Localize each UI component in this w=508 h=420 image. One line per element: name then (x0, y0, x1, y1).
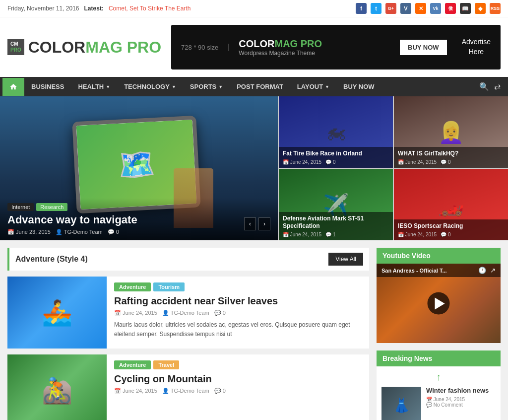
cell-overlay-1: WHAT IS GirlTalkHQ? 📅 June 24, 2015 💬 0 (394, 147, 508, 168)
article-image-1: 🚵 (7, 354, 107, 420)
nav-buy-now[interactable]: BUY NOW (336, 77, 381, 96)
tag-research[interactable]: Research (36, 203, 67, 211)
google-plus-icon[interactable]: G+ (385, 3, 396, 14)
article-excerpt-0: Mauris lacus dolor, ultricies vel sodale… (114, 320, 363, 339)
content-left: Adventure (Style 4) View All 🚣 Adventure… (7, 248, 369, 420)
article-meta-0: 📅 June 24, 2015 👤 TG-Demo Team 💬 0 (114, 310, 363, 316)
hero-title: Advance way to navigate (7, 213, 270, 226)
banner-subtitle: Wordpress Magazine Theme (239, 50, 390, 57)
logo-text: COLORMAG PRO (28, 38, 161, 57)
nav-sports[interactable]: SPORTS▼ (183, 77, 230, 96)
weibo-icon[interactable]: 微 (445, 3, 456, 14)
article-author-0: 👤 TG-Demo Team (162, 310, 209, 316)
breaking-news-section: Breaking News ↑ 👗 Winter fashion news 📅 … (377, 350, 501, 420)
adventure-section-title: Adventure (Style 4) (15, 255, 88, 264)
play-arrow-icon (435, 297, 444, 309)
cell-meta-1: 📅 June 24, 2015 💬 0 (398, 159, 504, 165)
hero-tags: Internet Research (7, 203, 270, 211)
hero-section: 🗺️ Internet Research Advance way to navi… (0, 96, 508, 240)
hero-prev-button[interactable]: ‹ (244, 217, 256, 230)
nav-health[interactable]: HEALTH▼ (71, 77, 117, 96)
nav-right-icons: 🔍 ⇄ (474, 82, 506, 91)
youtube-thumbnail[interactable]: San Andreas - Official T... 🕐 ↗ (377, 264, 501, 343)
social-icons: f t G+ V ✕ Vk 微 📖 ◆ RSS (356, 3, 501, 14)
breaking-news-title-0[interactable]: Winter fashion news (426, 387, 496, 394)
banner-content: COLORMAG PRO Wordpress Magazine Theme (239, 38, 390, 57)
banner-size: 728 * 90 size (181, 44, 229, 51)
bookmarks-icon[interactable]: 📖 (460, 3, 471, 14)
breaking-news-meta-0: 📅 June 24, 2015 💬 No Comment (426, 397, 496, 408)
breaking-news-header: Breaking News (377, 350, 501, 366)
article-body-1: Adventure Travel Cycling on Mountain 📅 J… (114, 354, 369, 420)
article-comments-1: 💬 0 (214, 388, 226, 394)
hero-overlay: Internet Research Advance way to navigat… (0, 198, 278, 240)
banner-advertise-text: AdvertiseHere (462, 37, 491, 57)
cell-title-2: Defense Aviation Mark ST-51 Specificatio… (283, 215, 389, 230)
twitter-icon[interactable]: t (371, 3, 381, 14)
top-bar: Friday, November 11, 2016 Latest: Comet,… (0, 0, 508, 17)
hero-grid-item-2[interactable]: ✈️ Defense Aviation Mark ST-51 Specifica… (279, 169, 393, 240)
hero-nav-buttons: ‹ › (244, 217, 270, 230)
vkontakte2-icon[interactable]: V (400, 3, 411, 14)
breaking-news-image-0: 👗 (381, 387, 421, 420)
logo[interactable]: CMPRO COLORMAG PRO (7, 38, 161, 57)
nav-post-format[interactable]: POST FORMAT (230, 77, 290, 96)
hero-next-button[interactable]: › (258, 217, 270, 230)
top-bar-left: Friday, November 11, 2016 Latest: Comet,… (7, 5, 191, 12)
article-tag-adventure-0[interactable]: Adventure (114, 282, 151, 291)
banner-buy-now-button[interactable]: BUY NOW (400, 40, 447, 55)
nav-layout[interactable]: LAYOUT▼ (290, 77, 336, 96)
article-date-1: 📅 June 24, 2015 (114, 388, 157, 394)
vk-icon[interactable]: Vk (430, 3, 441, 14)
cell-title-0: Fat Tire Bike Race in Orland (283, 150, 389, 158)
article-tags-0: Adventure Tourism (114, 282, 363, 291)
article-title-1[interactable]: Cycling on Mountain (114, 373, 363, 385)
cell-meta-0: 📅 June 24, 2015 💬 0 (283, 159, 389, 165)
breaking-news-up-arrow: ↑ (381, 371, 496, 383)
banner-ad[interactable]: 728 * 90 size COLORMAG PRO Wordpress Mag… (171, 25, 501, 70)
xing-icon[interactable]: ✕ (415, 3, 426, 14)
nav-technology[interactable]: TECHNOLOGY▼ (117, 77, 183, 96)
facebook-icon[interactable]: f (356, 3, 367, 14)
youtube-icons: 🕐 ↗ (478, 267, 496, 274)
date-label: Friday, November 11, 2016 (7, 5, 79, 12)
hero-grid-item-0[interactable]: 🏍 Fat Tire Bike Race in Orland 📅 June 24… (279, 96, 393, 168)
nav-business[interactable]: BUSINESS (24, 77, 71, 96)
article-card-1: 🚵 Adventure Travel Cycling on Mountain 📅… (7, 354, 369, 420)
latest-link[interactable]: Comet, Set To Strike The Earth (109, 5, 191, 12)
hero-main[interactable]: 🗺️ Internet Research Advance way to navi… (0, 96, 278, 240)
breaking-news-body-0: Winter fashion news 📅 June 24, 2015 💬 No… (426, 387, 496, 420)
home-nav-button[interactable] (2, 78, 24, 96)
article-tag-tourism-0[interactable]: Tourism (153, 282, 185, 291)
logo-cm-box: CMPRO (7, 39, 24, 55)
clock-icon[interactable]: 🕐 (478, 267, 486, 274)
adventure-section-header: Adventure (Style 4) View All (7, 248, 369, 271)
hero-author: 👤 TG-Demo Team (56, 229, 103, 235)
view-all-button[interactable]: View All (328, 253, 363, 266)
cell-meta-3: 📅 June 24, 2015 💬 0 (398, 232, 504, 237)
youtube-title: San Andreas - Official T... (381, 268, 447, 274)
odnoklassniki-icon[interactable]: ◆ (475, 3, 486, 14)
main-content: Adventure (Style 4) View All 🚣 Adventure… (0, 240, 508, 420)
rss-icon[interactable]: RSS (490, 3, 501, 14)
navigation: BUSINESS HEALTH▼ TECHNOLOGY▼ SPORTS▼ POS… (0, 77, 508, 96)
shuffle-icon[interactable]: ⇄ (494, 82, 501, 91)
youtube-play-button[interactable] (428, 292, 450, 315)
article-body-0: Adventure Tourism Rafting accident near … (114, 277, 369, 349)
banner-title: COLORMAG PRO (239, 38, 390, 50)
article-tags-1: Adventure Travel (114, 360, 363, 369)
hero-grid-item-3[interactable]: 🏎️ IESO Sportscar Racing 📅 June 24, 2015… (394, 169, 508, 240)
search-icon[interactable]: 🔍 (479, 82, 489, 91)
rafting-image: 🚣 (7, 277, 107, 349)
tag-internet[interactable]: Internet (7, 203, 34, 211)
article-title-0[interactable]: Rafting accident near Silver leaves (114, 295, 363, 307)
hero-grid-item-1[interactable]: 👱‍♀️ WHAT IS GirlTalkHQ? 📅 June 24, 2015… (394, 96, 508, 168)
share-icon[interactable]: ↗ (490, 267, 496, 274)
bn-comments-0: 💬 No Comment (426, 402, 463, 408)
article-tag-travel-1[interactable]: Travel (153, 360, 179, 369)
cell-overlay-0: Fat Tire Bike Race in Orland 📅 June 24, … (279, 147, 393, 168)
youtube-section: Youtube Video San Andreas - Official T..… (377, 248, 501, 343)
article-tag-adventure-1[interactable]: Adventure (114, 360, 151, 369)
breaking-news-article-0: 👗 Winter fashion news 📅 June 24, 2015 💬 … (381, 387, 496, 420)
youtube-section-header: Youtube Video (377, 248, 501, 264)
